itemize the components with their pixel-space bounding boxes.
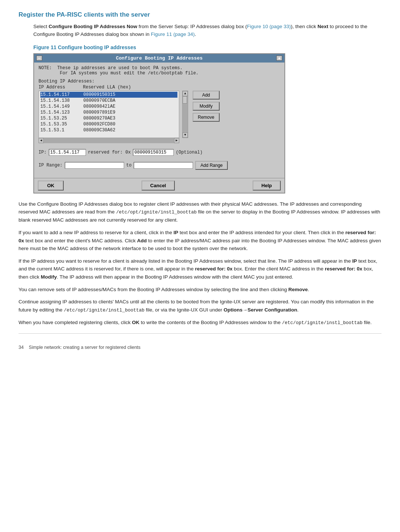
mac-cell: 080009C30A62 (83, 128, 131, 133)
code-path-2: ignite/instl_boottab (89, 308, 144, 313)
scroll-down-button[interactable]: ▼ (183, 132, 188, 138)
figure10-link[interactable]: Figure 10 (page 33) (247, 24, 291, 29)
figure11-link[interactable]: Figure 11 (page 34) (151, 31, 195, 37)
close-button[interactable]: — (36, 55, 42, 61)
ok-button[interactable]: OK (38, 181, 64, 191)
range-from-input[interactable] (65, 162, 124, 169)
horiz-scroll-track (44, 138, 174, 143)
dialog-titlebar: — Configure Booting IP Addresses ▲ (34, 54, 284, 63)
scroll-right-button[interactable]: ▶ (174, 138, 179, 143)
bold-modify-1: Modify (41, 274, 57, 280)
bold-reserved-1: reserved for: 0x (19, 230, 376, 243)
ip-list-box[interactable]: 15.1.54.11708000915031515.1.54.138080009… (39, 91, 179, 138)
cancel-button[interactable]: Cancel (141, 181, 175, 191)
code-boottab-1: /etc/opt/ignite/instl_boottab (116, 210, 197, 215)
note-text: NOTE: These ip addresses are used to boo… (39, 65, 280, 76)
paragraph-5: Continue assigning IP addresses to clien… (19, 298, 381, 314)
horizontal-scrollbar: ◀ ▶ (39, 138, 179, 143)
ip-list-area: 15.1.54.11708000915031515.1.54.138080009… (39, 91, 280, 146)
figure-title: Figure 11 Configure booting IP addresses (33, 44, 381, 50)
ip-list-scrollwrap: 15.1.54.11708000915031515.1.54.138080009… (39, 91, 179, 146)
ip-cell: 15.1.54.123 (40, 110, 77, 115)
intro-part1: Select (33, 24, 49, 29)
vertical-scrollbar: ▲ ▼ (182, 91, 188, 138)
intro-part2: from the Server Setup: IP Addresses dial… (137, 24, 247, 29)
configure-booting-dialog: — Configure Booting IP Addresses ▲ NOTE:… (33, 53, 285, 193)
ip-cell: 15.1.54.117 (40, 92, 77, 97)
mac-cell: 08000970ECBA (83, 98, 131, 103)
intro-part5: . (195, 31, 196, 37)
ip-label: IP: (39, 150, 47, 155)
dialog-title: Configure Booting IP Addresses (116, 55, 203, 61)
ip-input[interactable] (49, 149, 86, 156)
code-boottab-2: /etc/opt/ignite/instl_boottab (282, 320, 363, 326)
section-title: Register the PA-RISC clients with the se… (19, 11, 381, 18)
modify-button[interactable]: Modify (193, 102, 220, 111)
scroll-thumb[interactable] (183, 96, 187, 104)
ip-list-row[interactable]: 15.1.53.25080009270AE3 (40, 115, 177, 121)
bold-reserved-3: reserved for: 0x (325, 266, 362, 272)
ip-cell: 15.1.54.138 (40, 98, 77, 103)
bold-add-1: Add (137, 238, 147, 243)
ip-input-row: IP: reserved for: 0x (Optional) (39, 149, 280, 156)
bold-ip-1: IP (173, 230, 178, 235)
ip-list-row[interactable]: 15.1.54.117080009150315 (40, 92, 177, 98)
page-number: 34 (19, 345, 24, 350)
paragraph-3: If the IP address you want to reserve fo… (19, 257, 381, 281)
paragraph-2: If you want to add a new IP address to r… (19, 229, 381, 253)
bold-remove-1: Remove (288, 287, 308, 292)
help-button[interactable]: Help (253, 181, 281, 191)
booting-label: Booting IP Addresses: (39, 79, 280, 84)
mac-cell: 0800092FCD80 (83, 122, 131, 127)
bold-ok: OK (132, 320, 139, 325)
ip-list-row[interactable]: 15.1.54.13808000970ECBA (40, 98, 177, 104)
intro-bold1: Configure Booting IP Addresses Now (49, 24, 137, 29)
bold-reserved-2: reserved for: 0x (195, 266, 232, 272)
optional-label: (Optional) (176, 150, 203, 155)
add-range-button[interactable]: Add Range (195, 161, 228, 170)
bold-options: Options→Server Configuration (224, 307, 297, 313)
ip-cell: 15.1.53.1 (40, 128, 77, 133)
paragraph-6: When you have completed registering clie… (19, 319, 381, 327)
code-path-1: /etc/opt/ (64, 308, 89, 313)
scroll-up-button[interactable]: ▲ (183, 91, 188, 96)
intro-paragraph: Select Configure Booting IP Addresses No… (33, 23, 381, 38)
col-ip-header: IP Address (39, 85, 83, 90)
col-lla-header: Reserved LLA (hex) (83, 85, 131, 90)
range-label: IP Range: (39, 163, 63, 168)
reserved-label: reserved for: 0x (88, 150, 131, 155)
reserved-input[interactable] (133, 149, 174, 156)
intro-part3: ), then click (291, 24, 317, 29)
ip-range-row: IP Range: to Add Range (39, 161, 280, 170)
range-to-input[interactable] (134, 162, 193, 169)
scroll-left-button[interactable]: ◀ (39, 138, 44, 143)
resize-button[interactable]: ▲ (276, 55, 282, 61)
page-footer-text: Simple network: creating a server for re… (29, 345, 141, 350)
intro-bold2: Next (317, 24, 328, 29)
paragraph-1: Use the Configure Booting IP Addresses d… (19, 200, 381, 224)
bold-ip-2: IP (352, 258, 357, 264)
action-buttons: Add Modify Remove (193, 91, 220, 146)
dialog-footer: OK Cancel Help (34, 178, 284, 193)
mac-cell: 080009150315 (83, 92, 131, 97)
range-to-label: to (126, 163, 131, 168)
paragraph-4: You can remove sets of IP addresses/MACs… (19, 286, 381, 294)
mac-cell: 080009270AE3 (83, 116, 131, 121)
scroll-track (183, 96, 188, 132)
ip-list-row[interactable]: 15.1.54.149080009842lAE (40, 104, 177, 110)
ip-list-row[interactable]: 15.1.54.1230800097891E9 (40, 110, 177, 115)
remove-button[interactable]: Remove (193, 113, 220, 122)
ip-cell: 15.1.53.35 (40, 122, 77, 127)
page-footer: 34 Simple network: creating a server for… (19, 345, 381, 350)
mac-cell: 080009842lAE (83, 104, 131, 109)
add-button[interactable]: Add (193, 91, 220, 100)
ip-list-row[interactable]: 15.1.53.350800092FCD80 (40, 121, 177, 127)
column-headers: IP Address Reserved LLA (hex) (39, 85, 280, 90)
dialog-body: NOTE: These ip addresses are used to boo… (34, 63, 284, 178)
ip-list-row[interactable]: 15.1.53.1080009C30A62 (40, 127, 177, 133)
mac-cell: 0800097891E9 (83, 110, 131, 115)
ip-cell: 15.1.54.149 (40, 104, 77, 109)
ip-cell: 15.1.53.25 (40, 116, 77, 121)
